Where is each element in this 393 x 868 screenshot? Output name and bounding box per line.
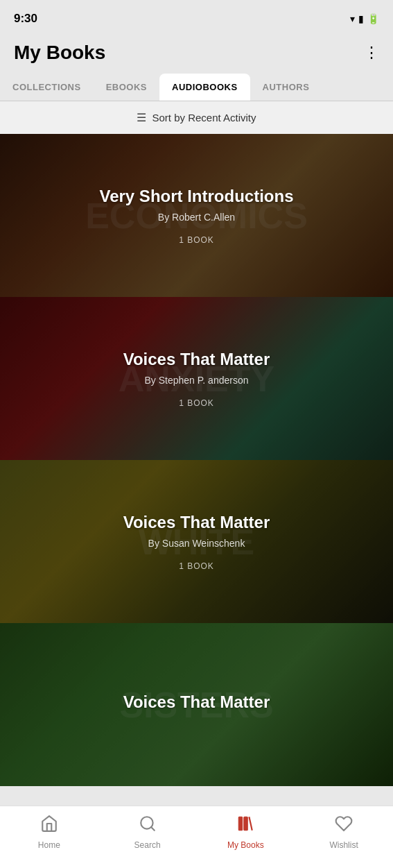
book-count-1: 1 BOOK bbox=[179, 235, 214, 245]
svg-line-1 bbox=[151, 827, 155, 831]
book-author-3: By Susan Weinschenk bbox=[148, 538, 245, 549]
book-count-3: 1 BOOK bbox=[179, 561, 214, 571]
page-header: My Books ⋮ bbox=[0, 35, 393, 74]
sort-label: Sort by Recent Activity bbox=[152, 112, 256, 124]
book-list: ECONOMICSVery Short IntroductionsBy Robe… bbox=[0, 134, 393, 786]
sort-icon: ☰ bbox=[137, 111, 146, 124]
nav-label-search: Search bbox=[134, 840, 161, 850]
book-card-2[interactable]: ANXIETYVoices That MatterBy Stephen P. a… bbox=[0, 297, 393, 460]
search-icon bbox=[139, 815, 157, 837]
tabs-bar: COLLECTIONSEBOOKSAUDIOBOOKSAUTHORS bbox=[0, 74, 393, 101]
bottom-navigation: Home Search My Books Wishlist bbox=[0, 806, 393, 868]
book-card-1[interactable]: ECONOMICSVery Short IntroductionsBy Robe… bbox=[0, 134, 393, 297]
mybooks-icon bbox=[236, 815, 254, 837]
tab-audiobooks[interactable]: AUDIOBOOKS bbox=[159, 74, 250, 101]
nav-item-mybooks[interactable]: My Books bbox=[221, 815, 270, 850]
book-count-2: 1 BOOK bbox=[179, 398, 214, 408]
wishlist-icon bbox=[335, 815, 353, 837]
tab-ebooks[interactable]: EBOOKS bbox=[94, 74, 159, 101]
content-area: ☰ Sort by Recent Activity ECONOMICSVery … bbox=[0, 101, 393, 849]
book-card-4[interactable]: SISTERSVoices That Matter bbox=[0, 623, 393, 786]
status-bar: 9:30 ▾ ▮ 🔋 bbox=[0, 0, 393, 35]
status-icons: ▾ ▮ 🔋 bbox=[350, 13, 379, 24]
book-author-2: By Stephen P. anderson bbox=[145, 375, 249, 386]
battery-icon: 🔋 bbox=[367, 13, 379, 24]
book-card-3[interactable]: WHITEVoices That MatterBy Susan Weinsche… bbox=[0, 460, 393, 623]
home-icon bbox=[40, 815, 58, 837]
tab-authors[interactable]: AUTHORS bbox=[250, 74, 322, 101]
svg-rect-3 bbox=[244, 817, 247, 831]
nav-item-home[interactable]: Home bbox=[25, 815, 73, 850]
book-title-2: Voices That Matter bbox=[123, 350, 270, 369]
more-options-button[interactable]: ⋮ bbox=[364, 45, 379, 60]
tab-collections[interactable]: COLLECTIONS bbox=[0, 74, 94, 101]
nav-item-wishlist[interactable]: Wishlist bbox=[320, 815, 368, 850]
nav-item-search[interactable]: Search bbox=[123, 815, 172, 850]
nav-label-mybooks: My Books bbox=[227, 840, 264, 850]
nav-label-wishlist: Wishlist bbox=[329, 840, 358, 850]
book-author-1: By Robert C.Allen bbox=[158, 212, 235, 223]
page-title: My Books bbox=[14, 42, 105, 64]
book-title-1: Very Short Introductions bbox=[99, 187, 293, 206]
signal-icon: ▮ bbox=[358, 13, 364, 24]
sort-bar[interactable]: ☰ Sort by Recent Activity bbox=[0, 101, 393, 134]
book-title-4: Voices That Matter bbox=[123, 692, 270, 712]
status-time: 9:30 bbox=[14, 12, 37, 26]
nav-label-home: Home bbox=[38, 840, 60, 850]
book-title-3: Voices That Matter bbox=[123, 513, 270, 532]
wifi-icon: ▾ bbox=[350, 13, 355, 24]
svg-rect-2 bbox=[239, 817, 243, 831]
